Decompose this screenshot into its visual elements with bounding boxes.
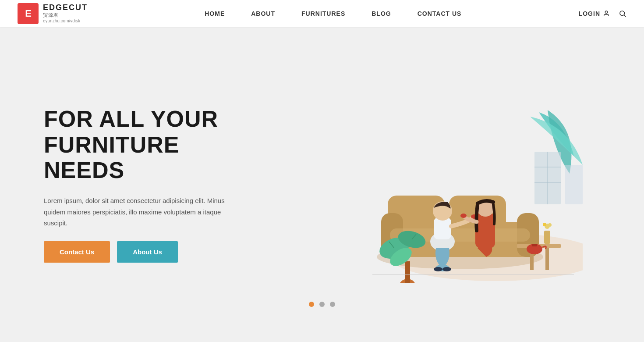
svg-line-2 [624,15,626,17]
navbar: E EDGECUT 贸源君 eyunzhu.com/vdisk HOME ABO… [0,0,644,27]
logo-url: eyunzhu.com/vdisk [43,18,88,23]
svg-rect-26 [544,231,550,244]
slider-dots [309,302,335,307]
svg-rect-36 [434,217,451,239]
nav-item-about[interactable]: ABOUT [251,10,275,18]
nav-item-blog[interactable]: BLOG [372,10,391,18]
nav-right: LOGIN [579,10,626,18]
nav-link-contact[interactable]: CONTACT US [418,10,462,17]
svg-rect-31 [532,244,537,246]
nav-link-home[interactable]: HOME [205,10,225,17]
nav-item-home[interactable]: HOME [205,10,225,18]
logo-link[interactable]: E EDGECUT 贸源君 eyunzhu.com/vdisk [18,3,88,24]
hero-title-line1: FOR ALL YOUR [44,106,218,132]
svg-point-29 [548,223,552,227]
login-label: LOGIN [579,10,600,17]
logo-text: EDGECUT 贸源君 eyunzhu.com/vdisk [43,4,88,24]
hero-content: FOR ALL YOUR FURNITURE NEEDS Lorem ipsum… [44,106,263,262]
nav-links: HOME ABOUT FURNITURES BLOG CONTACT US [205,10,461,18]
logo-icon-letter: E [25,8,31,19]
login-button[interactable]: LOGIN [579,10,610,17]
svg-point-0 [605,11,607,13]
search-button[interactable] [619,10,626,18]
nav-link-blog[interactable]: BLOG [372,10,391,17]
nav-item-furnitures[interactable]: FURNITURES [301,10,345,18]
svg-point-41 [460,214,467,218]
nav-item-contact[interactable]: CONTACT US [418,10,462,18]
slider-dot-2[interactable] [319,302,325,307]
hero-title-line2: FURNITURE NEEDS [44,132,179,183]
hero-description: Lorem ipsum, dolor sit amet consectetur … [44,195,228,229]
svg-rect-20 [405,261,410,283]
hero-section: FOR ALL YOUR FURNITURE NEEDS Lorem ipsum… [0,27,644,342]
svg-rect-5 [565,165,583,204]
svg-point-35 [442,267,451,271]
logo-icon: E [18,3,39,24]
hero-svg-illustration [302,86,583,283]
search-icon [619,10,626,18]
svg-point-34 [434,267,442,271]
hero-title: FOR ALL YOUR FURNITURE NEEDS [44,106,263,183]
nav-link-about[interactable]: ABOUT [251,10,275,17]
slider-dot-3[interactable] [330,302,335,307]
about-us-button[interactable]: About Us [117,241,178,263]
slider-dot-1[interactable] [309,302,314,307]
svg-point-1 [620,11,625,16]
user-icon [603,10,610,17]
logo-chinese: 贸源君 [43,12,88,18]
svg-point-28 [543,223,546,226]
logo-title: EDGECUT [43,4,88,12]
contact-us-button[interactable]: Contact Us [44,241,110,263]
svg-rect-18 [545,248,549,270]
nav-link-furnitures[interactable]: FURNITURES [301,10,345,17]
hero-illustration [263,27,622,342]
hero-buttons: Contact Us About Us [44,241,263,263]
